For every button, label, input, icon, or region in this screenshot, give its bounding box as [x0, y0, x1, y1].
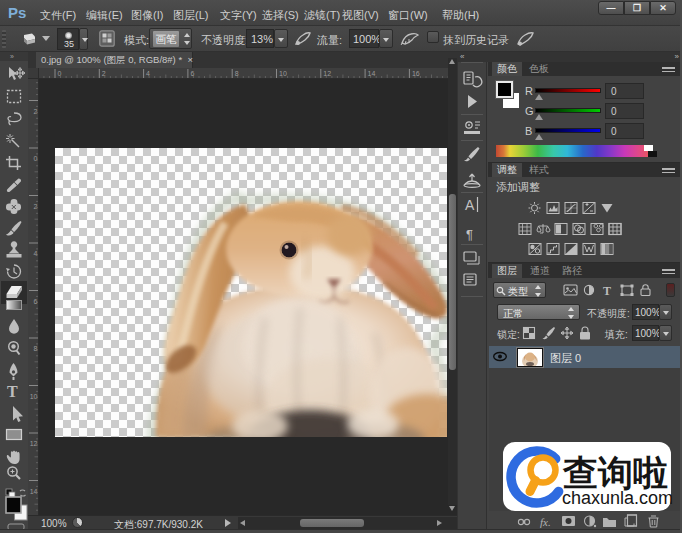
- svg-text:4: 4: [146, 70, 150, 77]
- svg-text:6: 6: [34, 298, 38, 305]
- svg-text:14: 14: [30, 488, 38, 495]
- svg-text:12: 12: [30, 440, 38, 447]
- svg-text:»: »: [10, 53, 14, 60]
- svg-text:8: 8: [34, 345, 38, 352]
- svg-text:A: A: [465, 197, 475, 213]
- svg-text:0: 0: [34, 155, 38, 162]
- svg-text:14: 14: [368, 70, 376, 77]
- svg-text:0: 0: [58, 70, 62, 77]
- svg-text:¶: ¶: [466, 227, 473, 242]
- svg-text:T: T: [603, 284, 611, 298]
- svg-text:fx.: fx.: [540, 516, 551, 528]
- svg-text:8: 8: [235, 70, 239, 77]
- svg-text:16: 16: [412, 70, 420, 77]
- svg-text:10: 10: [279, 70, 287, 77]
- svg-text:2: 2: [102, 70, 106, 77]
- svg-text:2: 2: [34, 108, 38, 115]
- svg-text:4: 4: [34, 250, 38, 257]
- svg-text:10: 10: [30, 393, 38, 400]
- svg-text:T: T: [7, 383, 18, 400]
- svg-text:6: 6: [190, 70, 194, 77]
- svg-text:2: 2: [34, 203, 38, 210]
- svg-text:12: 12: [323, 70, 331, 77]
